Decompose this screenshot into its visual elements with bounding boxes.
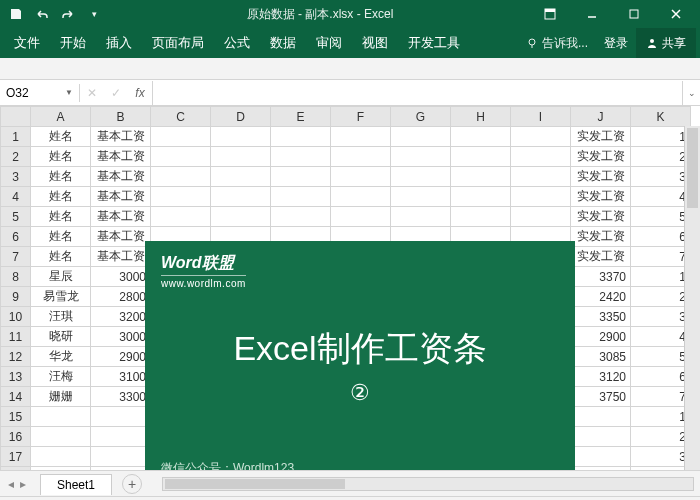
cell[interactable] <box>571 427 631 447</box>
cell[interactable] <box>151 207 211 227</box>
cell[interactable] <box>391 127 451 147</box>
account-link[interactable]: 登录 <box>596 35 636 52</box>
column-header[interactable]: D <box>211 107 271 127</box>
qat-dropdown-icon[interactable]: ▾ <box>86 6 102 22</box>
cell[interactable] <box>91 467 151 471</box>
cell[interactable] <box>271 207 331 227</box>
cell[interactable]: 3 <box>631 167 691 187</box>
cell[interactable]: 2 <box>631 287 691 307</box>
cell[interactable]: 基本工资 <box>91 187 151 207</box>
column-header[interactable]: K <box>631 107 691 127</box>
cell[interactable] <box>511 167 571 187</box>
cell[interactable] <box>451 207 511 227</box>
cell[interactable] <box>331 127 391 147</box>
sheet-nav-prev-icon[interactable]: ◂ <box>8 477 14 491</box>
cell[interactable]: 3300 <box>91 387 151 407</box>
cell[interactable]: 易雪龙 <box>31 287 91 307</box>
cell[interactable]: 3750 <box>571 387 631 407</box>
tab-insert[interactable]: 插入 <box>96 28 142 58</box>
cell[interactable]: 星辰 <box>31 267 91 287</box>
sheet-tab-active[interactable]: Sheet1 <box>40 474 112 495</box>
cell[interactable] <box>391 147 451 167</box>
cell[interactable]: 1 <box>631 267 691 287</box>
tab-data[interactable]: 数据 <box>260 28 306 58</box>
maximize-button[interactable] <box>614 0 654 28</box>
cell[interactable]: 2900 <box>91 347 151 367</box>
cell[interactable] <box>211 187 271 207</box>
cell[interactable] <box>391 207 451 227</box>
cell[interactable] <box>31 447 91 467</box>
cell[interactable]: 3 <box>631 447 691 467</box>
vertical-scroll-thumb[interactable] <box>687 128 698 208</box>
cell[interactable]: 2 <box>631 427 691 447</box>
cell[interactable]: 实发工资 <box>571 227 631 247</box>
cell[interactable]: 姓名 <box>31 167 91 187</box>
cell[interactable] <box>91 447 151 467</box>
cell[interactable]: 姓名 <box>31 207 91 227</box>
name-box-dropdown-icon[interactable]: ▼ <box>65 88 73 97</box>
cell[interactable]: 5 <box>631 347 691 367</box>
cell[interactable]: 3350 <box>571 307 631 327</box>
cell[interactable]: 实发工资 <box>571 207 631 227</box>
row-header[interactable]: 11 <box>1 327 31 347</box>
cell[interactable] <box>151 127 211 147</box>
cell[interactable] <box>331 187 391 207</box>
tab-review[interactable]: 审阅 <box>306 28 352 58</box>
cell[interactable]: 姓名 <box>31 247 91 267</box>
cell[interactable]: 2 <box>631 147 691 167</box>
cell[interactable] <box>451 167 511 187</box>
cell[interactable]: 实发工资 <box>571 167 631 187</box>
cell[interactable]: 2900 <box>571 327 631 347</box>
cancel-formula-icon[interactable]: ✕ <box>80 81 104 105</box>
ribbon-display-icon[interactable] <box>530 0 570 28</box>
cell[interactable] <box>91 427 151 447</box>
cell[interactable]: 基本工资 <box>91 147 151 167</box>
row-header[interactable]: 16 <box>1 427 31 447</box>
cell[interactable] <box>211 127 271 147</box>
row-header[interactable]: 18 <box>1 467 31 471</box>
cell[interactable]: 基本工资 <box>91 127 151 147</box>
cell[interactable]: 实发工资 <box>571 147 631 167</box>
vertical-scrollbar[interactable] <box>684 126 700 470</box>
tab-developer[interactable]: 开发工具 <box>398 28 470 58</box>
cell[interactable] <box>271 167 331 187</box>
cell[interactable] <box>571 407 631 427</box>
cell[interactable] <box>151 147 211 167</box>
horizontal-scrollbar[interactable] <box>162 477 694 491</box>
select-all-corner[interactable] <box>1 107 31 127</box>
cell[interactable] <box>571 447 631 467</box>
tell-me-search[interactable]: 告诉我... <box>518 35 596 52</box>
cell[interactable] <box>271 147 331 167</box>
column-header[interactable]: C <box>151 107 211 127</box>
row-header[interactable]: 8 <box>1 267 31 287</box>
cell[interactable]: 实发工资 <box>571 247 631 267</box>
cell[interactable] <box>511 207 571 227</box>
cell[interactable] <box>271 187 331 207</box>
row-header[interactable]: 9 <box>1 287 31 307</box>
cell[interactable] <box>511 187 571 207</box>
cell[interactable]: 6 <box>631 227 691 247</box>
sheet-nav-next-icon[interactable]: ▸ <box>20 477 26 491</box>
cell[interactable] <box>91 407 151 427</box>
formula-input[interactable] <box>153 91 682 95</box>
column-header[interactable]: F <box>331 107 391 127</box>
column-header[interactable]: G <box>391 107 451 127</box>
horizontal-scroll-thumb[interactable] <box>165 479 345 489</box>
cell[interactable]: 3100 <box>91 367 151 387</box>
row-header[interactable]: 13 <box>1 367 31 387</box>
cell[interactable] <box>331 207 391 227</box>
cell[interactable]: 4 <box>631 187 691 207</box>
cell[interactable]: 3000 <box>91 267 151 287</box>
column-header[interactable]: H <box>451 107 511 127</box>
cell[interactable] <box>151 167 211 187</box>
cell[interactable]: 5 <box>631 207 691 227</box>
cell[interactable]: 实发工资 <box>571 127 631 147</box>
row-header[interactable]: 10 <box>1 307 31 327</box>
formula-bar-expand-icon[interactable]: ⌄ <box>682 81 700 105</box>
cell[interactable] <box>511 147 571 167</box>
column-header[interactable]: I <box>511 107 571 127</box>
cell[interactable]: 4 <box>631 467 691 471</box>
cell[interactable]: 姓名 <box>31 187 91 207</box>
cell[interactable]: 1 <box>631 127 691 147</box>
cell[interactable] <box>271 127 331 147</box>
